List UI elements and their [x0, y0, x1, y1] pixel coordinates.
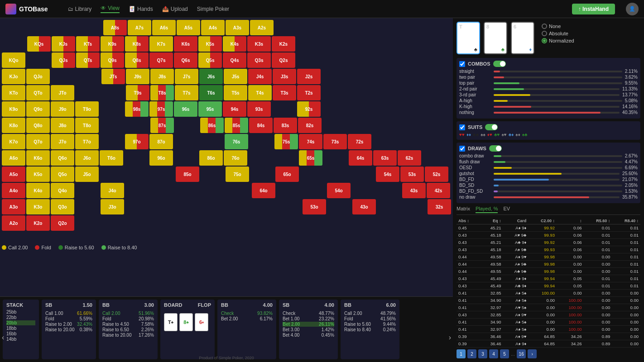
tab-played[interactable]: Played, % [476, 206, 498, 213]
table-row[interactable]: 0.4449.55A♣ 9♣99.980.000.000.01 [457, 268, 640, 275]
stack-18bb[interactable]: 18bb [6, 326, 35, 331]
hand-cell[interactable]: 97o [125, 134, 149, 149]
hand-cell[interactable]: Q5o [51, 167, 74, 182]
hand-cell[interactable]: 63s [373, 150, 397, 166]
hand-cell[interactable]: 42s [427, 183, 450, 198]
hand-cell[interactable]: KJs [52, 36, 75, 52]
nav-library[interactable]: 🗂 Library [68, 5, 92, 13]
nav-simplepoker[interactable]: Simple Poker [197, 5, 229, 13]
hand-cell[interactable]: Q7o [26, 134, 50, 149]
hand-cell[interactable]: T9s [126, 85, 149, 100]
stack-14bb[interactable]: 14bb [6, 337, 35, 342]
table-row[interactable]: 0.4134.90A♦ 5♠0.00100.000.000.00 [457, 297, 640, 304]
hand-cell[interactable]: K6s [174, 36, 197, 52]
hand-cell[interactable]: 72s [348, 134, 371, 149]
table-row[interactable]: 0.4134.90A♦ 5♠0.00100.000.000.00 [457, 319, 640, 326]
hand-cell[interactable]: QTo [26, 85, 50, 100]
hand-cell[interactable]: J4o [101, 183, 124, 198]
table-row[interactable]: 0.4332.85A♦ 9♥0.00100.000.000.00 [457, 311, 640, 319]
radio-none[interactable]: None [542, 24, 574, 29]
hand-cell[interactable]: 87s [150, 118, 174, 133]
hand-cell[interactable]: J9s [126, 69, 149, 84]
stack-16bb[interactable]: 16bb [6, 331, 35, 336]
hand-cell[interactable]: JTo [51, 85, 74, 100]
hand-cell[interactable]: J7o [51, 134, 74, 149]
hand-cell[interactable]: JTs [101, 69, 125, 84]
hand-cell[interactable]: 87o [149, 134, 173, 149]
stack-22bb[interactable]: 22bb [6, 315, 35, 320]
hand-cell[interactable]: J9o [51, 101, 74, 117]
hand-cell[interactable]: Q8s [125, 52, 149, 68]
hand-cell[interactable]: 96o [149, 150, 173, 166]
hand-cell[interactable]: K9s [101, 36, 124, 52]
hand-cell[interactable]: Q3o [51, 199, 74, 214]
hand-cell[interactable]: J6s [199, 69, 223, 84]
hand-cell[interactable]: J3o [101, 199, 124, 214]
suits-checkbox[interactable] [459, 124, 465, 130]
page-16[interactable]: 16 [517, 349, 526, 358]
hand-cell[interactable]: A5o [2, 167, 25, 182]
hand-cell[interactable]: Q8o [26, 118, 50, 133]
hand-cell[interactable]: T6o [100, 150, 123, 166]
hand-cell[interactable]: Q6o [51, 150, 74, 166]
hand-cell[interactable]: J2s [297, 69, 321, 84]
page-1[interactable]: 1 [457, 349, 466, 358]
hand-cell[interactable]: K3o [26, 199, 50, 214]
hand-cell[interactable]: KQo [2, 52, 25, 68]
table-row[interactable]: 0.4449.58A♦ 9♥99.980.000.000.01 [457, 253, 640, 261]
big-card-8[interactable]: 8 ♣ [484, 22, 507, 54]
stack-20bb[interactable]: 20bb [6, 320, 35, 325]
hand-cell[interactable]: A3o [2, 199, 25, 214]
table-row[interactable]: 0.4345.49A♣ 9♦99.940.050.010.01 [457, 282, 640, 290]
th-empty[interactable]: ↕ [557, 218, 584, 224]
suits-toggle[interactable] [485, 124, 498, 130]
hand-cell[interactable]: 97s [149, 101, 173, 117]
table-row[interactable]: 0.3936.46A♦ 9♦64.8534.260.890.00 [457, 340, 640, 348]
draws-checkbox[interactable] [459, 146, 465, 152]
hand-cell[interactable]: T8o [75, 118, 99, 133]
hand-cell[interactable]: KQs [27, 36, 51, 52]
hand-cell[interactable]: A2o [2, 215, 25, 231]
table-row[interactable]: 0.4345.18A♦ 9♣99.930.060.010.01 [457, 246, 640, 253]
hand-cell[interactable]: 94s [223, 101, 246, 117]
hand-cell[interactable]: 53o [303, 199, 326, 214]
hand-cell[interactable]: A4s [201, 20, 225, 35]
hand-cell[interactable]: 98s [125, 101, 149, 117]
hand-cell[interactable]: 83s [274, 118, 297, 133]
hand-cell[interactable]: QTs [76, 52, 100, 68]
nav-upload[interactable]: 📤 Upload [162, 5, 188, 13]
table-row[interactable]: 0.4345.21A♣ 9♦99.920.060.010.01 [457, 239, 640, 246]
hand-cell[interactable]: 53s [400, 167, 424, 182]
hand-cell[interactable]: K2s [272, 36, 295, 52]
tab-matrix[interactable]: Matrix [457, 206, 470, 213]
hand-cell[interactable]: A8s [103, 20, 127, 35]
th-eq[interactable]: Eq ↕ [480, 218, 503, 224]
table-row[interactable]: 0.4345.49A♦ 9♦99.940.050.010.01 [457, 275, 640, 282]
hand-cell[interactable]: K9o [2, 101, 25, 117]
hand-cell[interactable]: T5s [224, 85, 247, 100]
hand-cell[interactable]: 85o [176, 167, 199, 182]
hand-cell[interactable]: A7s [128, 20, 151, 35]
hand-cell[interactable]: 54o [327, 183, 351, 198]
hand-cell[interactable]: 86s [200, 118, 224, 133]
hand-cell[interactable]: T3s [273, 85, 296, 100]
hand-cell[interactable]: K8s [125, 36, 149, 52]
hand-cell[interactable]: K8o [2, 118, 25, 133]
hand-cell[interactable]: K5o [26, 167, 50, 182]
hand-cell[interactable]: Q2s [272, 52, 295, 68]
hand-cell[interactable]: A2s [250, 20, 274, 35]
draws-toggle[interactable] [489, 145, 502, 152]
hand-cell[interactable]: T6s [199, 85, 223, 100]
hand-cell[interactable]: K4s [223, 36, 246, 52]
hand-cell[interactable]: J4s [248, 69, 272, 84]
user-avatar[interactable]: 👤 [626, 3, 639, 15]
hand-cell[interactable]: 54s [376, 167, 399, 182]
table-row[interactable]: 0.4449.58A♦ 9♣99.980.000.000.01 [457, 261, 640, 268]
page-next[interactable]: › [528, 349, 537, 358]
tab-ev[interactable]: EV [503, 206, 510, 213]
big-card-T[interactable]: T ♣ [457, 22, 480, 54]
table-row[interactable]: 0.4132.97A♦ 5♠0.00100.000.000.00 [457, 326, 640, 333]
hand-cell[interactable]: Q6s [174, 52, 197, 68]
hand-cell[interactable]: 52s [425, 167, 448, 182]
big-card-6[interactable]: 6 ♦ [511, 22, 534, 54]
